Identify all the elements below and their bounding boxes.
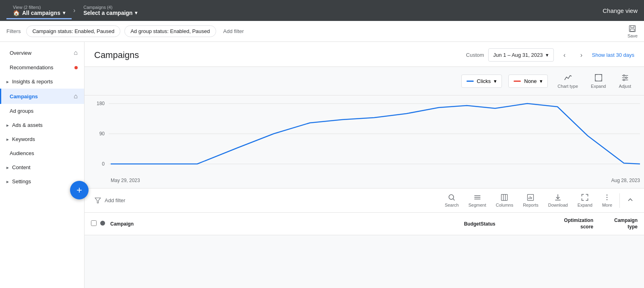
save-label: Save: [627, 33, 638, 38]
svg-point-36: [100, 221, 105, 226]
chart-area: 180 90 0 May 29, 2023 Aug 28, 2023: [85, 95, 644, 189]
chart-type-button[interactable]: Chart type: [554, 72, 581, 90]
toolbar-divider: [619, 193, 620, 208]
table-expand-button[interactable]: Expand: [574, 192, 597, 209]
table-expand-icon: [581, 193, 589, 201]
sidebar-item-audiences[interactable]: Audiences: [0, 146, 84, 160]
chevron-up-icon: [626, 196, 634, 204]
columns-button[interactable]: Columns: [492, 192, 517, 209]
chart-expand-button[interactable]: Expand: [588, 72, 609, 90]
chevron-down-icon-metric1: ▾: [494, 78, 497, 84]
th-campaign-label: Campaign: [110, 221, 416, 227]
download-label: Download: [548, 203, 568, 207]
table-toolbar: Add filter Search Segment: [85, 189, 644, 213]
svg-text:180: 180: [97, 101, 105, 106]
expand-icon-ads: ▸: [6, 122, 9, 128]
show-last-30-button[interactable]: Show last 30 days: [592, 52, 634, 58]
sidebar-item-overview[interactable]: Overview ⌂: [0, 45, 84, 60]
svg-text:0: 0: [102, 161, 105, 167]
change-view-button[interactable]: Change view: [603, 7, 638, 14]
expand-icon: [594, 73, 603, 82]
search-button[interactable]: Search: [441, 192, 463, 209]
svg-text:May 29, 2023: May 29, 2023: [111, 178, 140, 183]
expand-icon-keywords: ▸: [6, 137, 9, 142]
metric-1-line: [466, 81, 474, 82]
status-dot-icon: [100, 220, 105, 226]
metric-2-line: [514, 81, 521, 82]
segment-button[interactable]: Segment: [464, 192, 490, 209]
sidebar-item-recommendations[interactable]: Recommendations: [0, 60, 84, 75]
search-icon: [448, 193, 456, 201]
content-area: Campaigns Custom Jun 1 – Aug 31, 2023 ▾ …: [85, 42, 644, 288]
save-icon: [628, 25, 636, 33]
date-range-controls: Custom Jun 1 – Aug 31, 2023 ▾ ‹ › Show l…: [466, 48, 634, 62]
select-all-checkbox[interactable]: [91, 220, 97, 226]
table-add-filter-button[interactable]: Add filter: [91, 195, 128, 207]
filter-icon: [94, 197, 101, 204]
sidebar-item-keywords[interactable]: ▸ Keywords: [0, 132, 84, 146]
filter-chip-ad-group-status[interactable]: Ad group status: Enabled, Paused: [124, 25, 216, 37]
metric-2-label: None: [524, 78, 537, 84]
recommendations-dot: [74, 66, 78, 69]
svg-marker-18: [95, 198, 101, 203]
sidebar: Overview ⌂ Recommendations ▸ Insights & …: [0, 42, 85, 288]
filter-bar-right: Save: [627, 25, 638, 38]
adjust-icon: [621, 73, 630, 82]
filter-chip-campaign-status[interactable]: Campaign status: Enabled, Paused: [26, 25, 120, 37]
date-picker-button[interactable]: Jun 1 – Aug 31, 2023 ▾: [488, 48, 554, 62]
sidebar-item-insights-reports[interactable]: ▸ Insights & reports: [0, 75, 84, 89]
chevron-down-icon-1: ▾: [63, 10, 65, 16]
collapse-chart-button[interactable]: [623, 194, 638, 207]
search-label: Search: [445, 203, 459, 207]
adjust-label: Adjust: [619, 84, 631, 89]
nav-segment-label-1: View (2 filters): [13, 5, 65, 10]
th-campaign-type-label: Campaign type: [593, 218, 638, 230]
sidebar-item-content[interactable]: ▸ Content: [0, 160, 84, 174]
svg-point-7: [623, 75, 625, 77]
download-icon: [554, 193, 562, 201]
th-budget-label: Budget: [416, 221, 481, 227]
reports-button[interactable]: Reports: [519, 192, 543, 209]
svg-rect-2: [630, 29, 634, 31]
metric-1-selector[interactable]: Clicks ▾: [461, 75, 502, 88]
sidebar-item-campaigns[interactable]: Campaigns ⌂: [0, 89, 84, 104]
nav-segment-value-1: 🏠 All campaigns ▾: [13, 10, 65, 16]
th-checkbox[interactable]: [91, 220, 97, 227]
sidebar-item-ad-groups[interactable]: Ad groups: [0, 104, 84, 118]
reports-label: Reports: [523, 203, 539, 207]
page-title: Campaigns: [94, 50, 139, 60]
reports-icon: [526, 193, 535, 201]
download-button[interactable]: Download: [544, 192, 572, 209]
expand-icon: ▸: [6, 79, 9, 85]
segment-icon: [473, 193, 481, 201]
more-label: More: [602, 203, 612, 207]
svg-point-9: [623, 79, 625, 81]
add-filter-button[interactable]: Add filter: [220, 26, 247, 37]
nav-segment-select-campaign[interactable]: Campaigns (4) Select a campaign ▾: [77, 2, 144, 19]
date-next-button[interactable]: ›: [575, 49, 588, 62]
svg-rect-27: [528, 195, 534, 201]
nav-segment-value-2: Select a campaign ▾: [83, 10, 137, 16]
svg-point-34: [607, 197, 608, 198]
chart-adjust-button[interactable]: Adjust: [615, 72, 634, 90]
expand-label: Expand: [591, 84, 606, 89]
metric-1-label: Clicks: [477, 78, 491, 84]
fab-button[interactable]: +: [70, 181, 89, 199]
svg-rect-3: [595, 75, 602, 81]
chevron-down-icon-date: ▾: [546, 52, 549, 58]
more-button[interactable]: More: [598, 192, 616, 209]
campaign-header-top: Campaigns Custom Jun 1 – Aug 31, 2023 ▾ …: [94, 48, 634, 62]
metric-2-selector[interactable]: None ▾: [508, 75, 548, 88]
nav-divider-arrow: ›: [72, 7, 77, 14]
svg-rect-1: [631, 25, 634, 27]
more-icon: [603, 193, 611, 201]
nav-segment-label-2: Campaigns (4): [83, 5, 137, 10]
add-filter-label: Add filter: [105, 197, 125, 203]
nav-segment-all-campaigns[interactable]: View (2 filters) 🏠 All campaigns ▾: [6, 2, 72, 19]
date-prev-button[interactable]: ‹: [558, 49, 571, 62]
save-button[interactable]: Save: [627, 25, 638, 38]
home-icon-sidebar: ⌂: [74, 49, 78, 56]
sidebar-item-ads-assets[interactable]: ▸ Ads & assets: [0, 118, 84, 132]
svg-point-33: [607, 195, 608, 196]
svg-point-19: [449, 195, 454, 199]
